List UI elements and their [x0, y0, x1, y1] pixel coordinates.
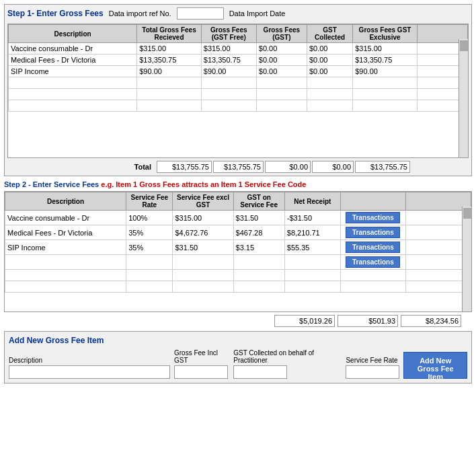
s1-desc-2[interactable]	[11, 67, 134, 75]
transactions-button-1[interactable]: Transactions	[346, 227, 400, 238]
add-fee-field: Gross Fee Incl GST	[174, 349, 229, 379]
s2-rate-3[interactable]	[128, 258, 170, 266]
s2-empty-net-0[interactable]	[287, 271, 338, 279]
import-ref-input[interactable]	[177, 7, 224, 20]
s2-col-header-rate: Service Fee Rate	[126, 192, 173, 211]
step2-scrollbar[interactable]	[462, 207, 471, 312]
s2-net-2[interactable]	[287, 244, 338, 252]
s1-total-0[interactable]	[139, 44, 199, 52]
s1-empty-total-1[interactable]	[139, 90, 199, 98]
s2-gst-2[interactable]	[236, 244, 282, 252]
s2-empty-gst-0[interactable]	[236, 271, 282, 279]
s2-excl-2[interactable]	[175, 244, 231, 252]
s1-gst-2[interactable]	[259, 67, 305, 75]
s2-rate-1[interactable]	[128, 229, 170, 237]
s1-exclusive-2[interactable]	[355, 67, 415, 75]
add-description-input[interactable]	[9, 365, 170, 379]
s2-gst-0[interactable]	[236, 214, 282, 222]
step2-total-gst	[338, 315, 398, 327]
step1-scrollbar[interactable]	[459, 39, 468, 157]
s2-excl-3[interactable]	[175, 258, 231, 266]
s2-desc-1[interactable]	[7, 229, 124, 237]
s1-collected-2[interactable]	[309, 67, 350, 75]
s1-gstfree-1[interactable]	[204, 56, 254, 64]
s1-gstfree-2[interactable]	[204, 67, 254, 75]
s1-empty-total-0[interactable]	[139, 79, 199, 87]
transactions-button-3[interactable]: Transactions	[346, 256, 400, 268]
s2-desc-0[interactable]	[7, 214, 124, 222]
s2-empty-desc-0[interactable]	[7, 271, 124, 279]
step2-totals-row	[4, 315, 472, 327]
total-collected	[312, 161, 354, 173]
step2-empty-row	[5, 281, 471, 293]
s2-empty-net-1[interactable]	[287, 283, 338, 291]
s1-empty-desc-2[interactable]	[11, 102, 134, 110]
s2-col-header-net: Net Receipt	[284, 192, 340, 211]
s1-desc-0[interactable]	[11, 44, 134, 52]
s2-scroll-2	[405, 240, 471, 255]
total-gst-free	[213, 161, 264, 173]
s2-col-header-btn	[340, 192, 405, 211]
s1-empty-excl-2[interactable]	[355, 102, 415, 110]
s1-empty-coll-2[interactable]	[309, 102, 350, 110]
s2-desc-2[interactable]	[7, 244, 124, 252]
step2-label: Step 2 - Enter Service Fees	[4, 180, 99, 188]
s1-empty-gst-1[interactable]	[259, 90, 305, 98]
step1-empty-row	[9, 77, 468, 89]
s1-empty-total-2[interactable]	[139, 102, 199, 110]
s2-empty-excl-0[interactable]	[175, 271, 231, 279]
s2-excl-1[interactable]	[175, 229, 231, 237]
transactions-button-0[interactable]: Transactions	[346, 212, 400, 223]
s1-empty-gstfree-2[interactable]	[204, 102, 254, 110]
s1-empty-excl-1[interactable]	[355, 90, 415, 98]
s2-net-3[interactable]	[287, 258, 338, 266]
main-container: Step 1- Enter Gross Fees Data import ref…	[0, 0, 476, 388]
s1-empty-gst-2[interactable]	[259, 102, 305, 110]
s2-empty-gst-1[interactable]	[236, 283, 282, 291]
s2-rate-0[interactable]	[128, 214, 170, 222]
s1-exclusive-0[interactable]	[355, 44, 415, 52]
s1-empty-excl-0[interactable]	[355, 79, 415, 87]
s2-gst-1[interactable]	[236, 229, 282, 237]
s1-total-1[interactable]	[139, 56, 199, 64]
s1-total-2[interactable]	[139, 67, 199, 75]
s2-rate-2[interactable]	[128, 244, 170, 252]
add-new-button[interactable]: Add New Gross Fee Item	[403, 352, 467, 379]
s1-empty-coll-1[interactable]	[309, 90, 350, 98]
s1-empty-gstfree-1[interactable]	[204, 90, 254, 98]
s2-desc-3[interactable]	[7, 258, 124, 266]
s1-gst-1[interactable]	[259, 56, 305, 64]
s1-gstfree-0[interactable]	[204, 44, 254, 52]
import-ref-label: Data import ref No.	[109, 9, 171, 17]
add-rate-input[interactable]	[346, 365, 399, 379]
s2-empty-rate-0[interactable]	[128, 271, 170, 279]
s1-empty-gstfree-0[interactable]	[204, 79, 254, 87]
s2-empty-desc-1[interactable]	[7, 283, 124, 291]
step2-table-row: Transactions	[5, 255, 471, 270]
add-gst-input[interactable]	[233, 365, 287, 379]
col-header-gst-free: Gross Fees (GST Free)	[201, 25, 256, 43]
s2-empty-rate-1[interactable]	[128, 283, 170, 291]
col-header-gst: Gross Fees (GST)	[256, 25, 307, 43]
s2-gst-3[interactable]	[236, 258, 282, 266]
s1-desc-1[interactable]	[11, 56, 134, 64]
s2-net-0[interactable]	[287, 214, 338, 222]
transactions-button-2[interactable]: Transactions	[346, 242, 400, 253]
s2-scroll-0	[405, 211, 471, 225]
step2-table: Description Service Fee Rate Service Fee…	[5, 192, 471, 293]
s1-empty-desc-0[interactable]	[11, 79, 134, 87]
s1-gst-0[interactable]	[259, 44, 305, 52]
s2-net-1[interactable]	[287, 229, 338, 237]
s1-exclusive-1[interactable]	[355, 56, 415, 64]
s1-empty-coll-0[interactable]	[309, 79, 350, 87]
s2-col-header-desc: Description	[5, 192, 126, 211]
s1-collected-0[interactable]	[309, 44, 350, 52]
s1-empty-gst-0[interactable]	[259, 79, 305, 87]
add-fee-input[interactable]	[174, 365, 228, 379]
s1-collected-1[interactable]	[309, 56, 350, 64]
add-rate-field: Service Fee Rate	[346, 357, 399, 379]
col-header-gst-exclusive: Gross Fees GST Exclusive	[353, 25, 418, 43]
s2-excl-0[interactable]	[175, 214, 231, 222]
s2-empty-excl-1[interactable]	[175, 283, 231, 291]
s1-empty-desc-1[interactable]	[11, 90, 134, 98]
